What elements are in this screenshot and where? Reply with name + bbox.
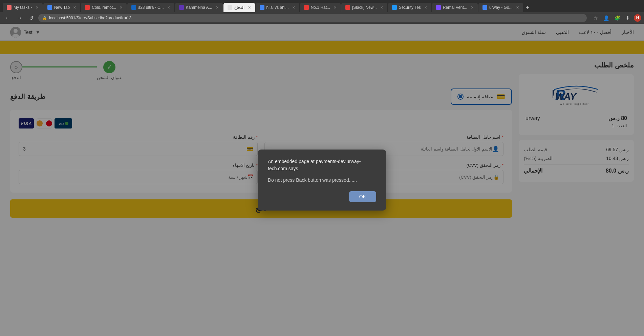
download-icon[interactable]: ⬇ xyxy=(624,15,631,21)
dialog-overlay: An embedded page at payments-dev.urway-t… xyxy=(0,24,644,336)
tab-label-remal: Remal Vent... xyxy=(443,5,467,10)
tab-label-hilal: hilal vs ahl... xyxy=(266,5,289,10)
dialog-actions: OK xyxy=(268,191,376,202)
close-tab-aldafaa[interactable]: ✕ xyxy=(248,5,251,10)
url-text: localhost:5001/Store/Subscribe?productId… xyxy=(49,16,131,20)
tab-no1[interactable]: No.1 Hat... ✕ xyxy=(300,3,341,12)
favicon-asana xyxy=(7,5,12,10)
dialog-title: An embedded page at payments-dev.urway-t… xyxy=(268,158,376,172)
tab-label-security: Security Tes xyxy=(399,5,421,10)
favicon-urway xyxy=(482,5,487,10)
address-bar[interactable]: 🔒 localhost:5001/Store/Subscribe?product… xyxy=(38,14,587,22)
tab-kammelna[interactable]: Kammelna A... ✕ xyxy=(175,3,223,12)
reload-button[interactable]: ↺ xyxy=(27,14,36,22)
dialog-message: Do not press Back button was pressed....… xyxy=(268,177,376,183)
close-tab-newtab[interactable]: ✕ xyxy=(73,5,76,10)
back-button[interactable]: ← xyxy=(3,14,12,22)
tab-label-newtab: New Tab xyxy=(54,5,70,10)
close-tab-s23[interactable]: ✕ xyxy=(167,5,170,10)
user-icon[interactable]: 👤 xyxy=(602,15,610,21)
lock-icon: 🔒 xyxy=(42,16,47,20)
tab-label-s23: s23 ultra - C... xyxy=(138,5,164,10)
profile-icon[interactable]: H xyxy=(634,14,641,22)
favicon-remal xyxy=(436,5,441,10)
close-tab-hilal[interactable]: ✕ xyxy=(292,5,295,10)
favicon-cold xyxy=(85,5,90,10)
tab-label-no1: No.1 Hat... xyxy=(311,5,330,10)
favicon-security xyxy=(392,5,397,10)
tab-label-asana: My tasks - xyxy=(14,5,32,10)
extensions-icon[interactable]: 🧩 xyxy=(613,15,622,21)
tab-label-kammelna: Kammelna A... xyxy=(186,5,212,10)
close-tab-security[interactable]: ✕ xyxy=(424,5,427,10)
dialog: An embedded page at payments-dev.urway-t… xyxy=(258,150,386,211)
favicon-slack xyxy=(345,5,350,10)
tab-label-slack: [Slack] New... xyxy=(352,5,377,10)
close-tab-slack[interactable]: ✕ xyxy=(380,5,383,10)
tab-label-aldafaa: الدفاع xyxy=(234,5,244,10)
tab-remal[interactable]: Remal Vent... ✕ xyxy=(432,3,478,12)
page: الأخبار أفضل ١٠٠ لاعب الذهبي سلة التسوق … xyxy=(0,24,644,336)
tab-newtab[interactable]: New Tab ✕ xyxy=(43,3,80,12)
forward-button[interactable]: → xyxy=(15,14,24,22)
favicon-hilal xyxy=(260,5,264,10)
favicon-newtab xyxy=(47,5,52,10)
tab-slack[interactable]: [Slack] New... ✕ xyxy=(341,3,387,12)
bookmark-star-icon[interactable]: ☆ xyxy=(592,15,599,21)
address-bar-row: ← → ↺ 🔒 localhost:5001/Store/Subscribe?p… xyxy=(0,12,644,24)
tab-bar: My tasks - ✕ New Tab ✕ Cold, remot... ✕ … xyxy=(0,0,644,12)
favicon-s23 xyxy=(131,5,136,10)
dialog-ok-button[interactable]: OK xyxy=(349,191,376,202)
tab-cold[interactable]: Cold, remot... ✕ xyxy=(81,3,127,12)
tab-label-cold: Cold, remot... xyxy=(92,5,116,10)
tab-security[interactable]: Security Tes ✕ xyxy=(388,3,431,12)
toolbar-icons: ☆ 👤 🧩 ⬇ H xyxy=(592,14,641,22)
favicon-aldafaa xyxy=(228,5,232,10)
close-tab-asana[interactable]: ✕ xyxy=(36,5,39,10)
close-tab-kammelna[interactable]: ✕ xyxy=(216,5,219,10)
new-tab-button[interactable]: + xyxy=(524,4,532,12)
tab-aldafaa[interactable]: الدفاع ✕ xyxy=(223,3,255,12)
tab-asana[interactable]: My tasks - ✕ xyxy=(3,3,43,12)
favicon-kammelna xyxy=(179,5,184,10)
browser-chrome: My tasks - ✕ New Tab ✕ Cold, remot... ✕ … xyxy=(0,0,644,24)
close-tab-urway[interactable]: ✕ xyxy=(516,5,519,10)
favicon-no1 xyxy=(304,5,309,10)
close-tab-no1[interactable]: ✕ xyxy=(334,5,337,10)
tab-label-urway: urway - Go... xyxy=(489,5,513,10)
close-tab-remal[interactable]: ✕ xyxy=(471,5,474,10)
tab-s23[interactable]: s23 ultra - C... ✕ xyxy=(127,3,174,12)
close-tab-cold[interactable]: ✕ xyxy=(120,5,123,10)
tab-urway[interactable]: urway - Go... ✕ xyxy=(478,3,523,12)
tab-hilal[interactable]: hilal vs ahl... ✕ xyxy=(256,3,299,12)
